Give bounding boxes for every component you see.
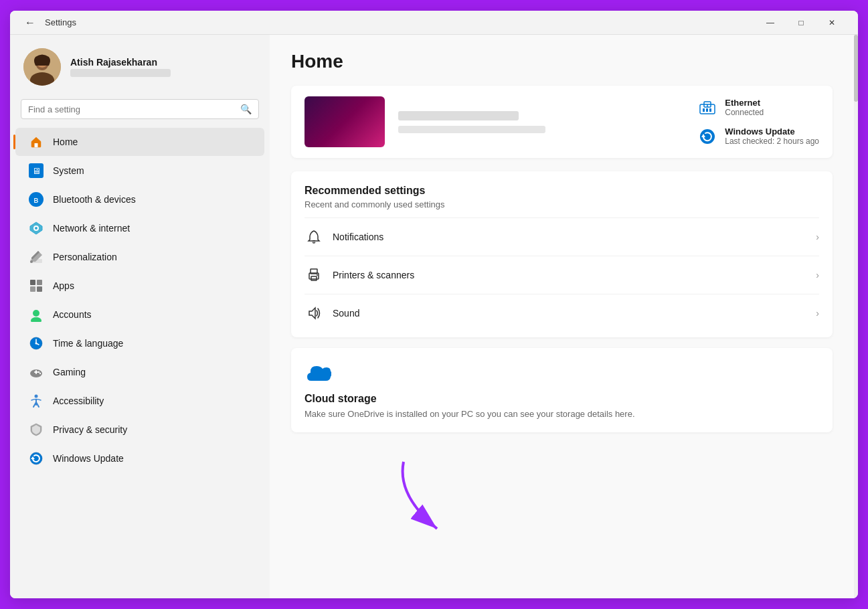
nav-list: Home 🖥 System ʙ [10,127,270,473]
sidebar-item-time-label: Time & language [53,338,123,349]
settings-item-notifications[interactable]: Notifications › [305,217,819,256]
svg-point-11 [30,260,33,263]
svg-text:ʙ: ʙ [33,195,39,205]
ethernet-title: Ethernet [725,98,764,108]
update-subtitle: Last checked: 2 hours ago [725,137,819,146]
titlebar: ← Settings — □ ✕ [10,11,858,35]
ethernet-icon [698,98,717,117]
sidebar-item-gaming-label: Gaming [53,367,86,377]
user-name: Atish Rajasekharan [70,57,171,68]
sidebar-item-network-label: Network & internet [53,223,130,234]
sidebar-item-update[interactable]: Windows Update [15,444,264,472]
search-box[interactable]: 🔍 [21,99,259,119]
recommended-subtitle: Recent and commonly used settings [305,199,819,209]
device-preview [305,96,385,147]
ethernet-subtitle: Connected [725,108,764,117]
sidebar-item-gaming[interactable]: Gaming [15,358,264,386]
sidebar-item-home[interactable]: Home [15,128,264,156]
sidebar-item-system[interactable]: 🖥 System [15,157,264,185]
update-title: Windows Update [725,126,819,137]
printers-label: Printers & scanners [333,270,816,280]
sidebar-item-bluetooth[interactable]: ʙ Bluetooth & devices [15,185,264,213]
svg-point-26 [39,373,41,374]
svg-rect-33 [703,108,705,112]
system-icon: 🖥 [29,163,44,178]
sidebar-item-system-label: System [53,165,84,176]
cloud-subtitle: Make sure OneDrive is installed on your … [305,409,819,419]
titlebar-title: Settings [45,17,76,27]
sidebar-item-personalization[interactable]: Personalization [15,243,264,271]
sound-icon [305,304,323,323]
svg-rect-15 [37,286,42,292]
status-items: Ethernet Connected [698,98,819,146]
scrollbar-thumb[interactable] [854,35,858,102]
back-button[interactable]: ← [21,13,39,32]
main-content: Atish Rajasekharan 🔍 [10,35,858,598]
update-icon [29,451,44,466]
sidebar-item-update-label: Windows Update [53,453,124,464]
svg-rect-13 [37,280,42,285]
svg-rect-4 [35,143,38,147]
printers-chevron: › [816,270,819,280]
minimize-button[interactable]: — [755,11,786,35]
maximize-button[interactable]: □ [786,11,816,35]
svg-point-27 [35,395,38,398]
svg-rect-14 [30,286,35,292]
avatar [23,48,61,86]
apps-icon [29,278,44,293]
printers-icon [305,266,323,284]
search-icon: 🔍 [240,104,252,114]
content-area: Home [270,35,854,598]
page-title: Home [291,51,833,72]
windows-update-icon [698,127,717,146]
cloud-icon [305,361,819,386]
scrollbar[interactable] [854,35,858,598]
close-button[interactable]: ✕ [816,11,847,35]
device-name-blur [398,111,519,120]
user-email-blur [70,69,171,77]
svg-point-42 [317,274,318,276]
svg-point-25 [38,371,39,373]
svg-rect-35 [709,108,711,112]
accounts-icon [29,307,44,322]
svg-point-16 [33,310,39,317]
sidebar: Atish Rajasekharan 🔍 [10,35,270,598]
sidebar-item-network[interactable]: Network & internet [15,214,264,242]
settings-item-printers[interactable]: Printers & scanners › [305,256,819,294]
sidebar-item-apps-label: Apps [53,280,74,291]
notifications-chevron: › [816,232,819,242]
device-info [398,111,685,133]
system-banner: Ethernet Connected [291,86,833,158]
network-icon [29,221,44,236]
svg-point-21 [35,343,37,345]
bluetooth-icon: ʙ [29,192,44,207]
sidebar-item-time[interactable]: Time & language [15,329,264,357]
sidebar-item-personalization-label: Personalization [53,252,117,262]
sidebar-item-privacy[interactable]: Privacy & security [15,416,264,444]
status-text-update: Windows Update Last checked: 2 hours ago [725,126,819,146]
arrow-annotation [390,455,470,545]
svg-point-17 [31,317,41,322]
recommended-section: Recommended settings Recent and commonly… [291,171,833,337]
home-icon [29,135,44,149]
search-input[interactable] [28,104,235,114]
cloud-title: Cloud storage [305,393,819,405]
cloud-section: Cloud storage Make sure OneDrive is inst… [291,348,833,432]
status-text-ethernet: Ethernet Connected [725,98,764,117]
notifications-icon [305,228,323,246]
status-item-ethernet: Ethernet Connected [698,98,819,117]
accessibility-icon [29,394,44,408]
svg-marker-43 [309,308,315,319]
settings-item-sound[interactable]: Sound › [305,294,819,332]
sidebar-item-accessibility[interactable]: Accessibility [15,387,264,415]
svg-rect-34 [706,108,708,112]
status-item-update: Windows Update Last checked: 2 hours ago [698,126,819,146]
sidebar-item-bluetooth-label: Bluetooth & devices [53,194,136,205]
sidebar-item-accounts[interactable]: Accounts [15,300,264,329]
sidebar-item-privacy-label: Privacy & security [53,424,127,435]
sidebar-item-apps[interactable]: Apps [15,272,264,300]
settings-window: ← Settings — □ ✕ [10,11,858,598]
sound-label: Sound [333,308,816,319]
recommended-title: Recommended settings [305,185,819,197]
personalization-icon [29,250,44,264]
